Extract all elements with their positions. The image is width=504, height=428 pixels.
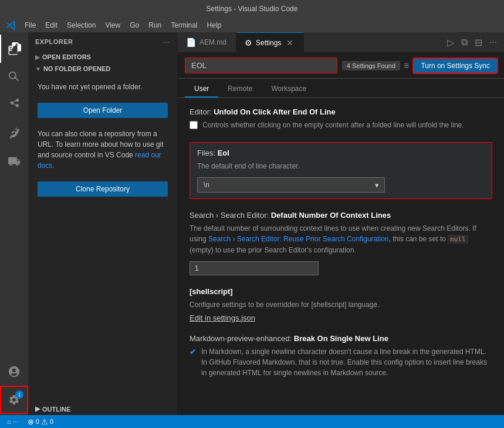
menu-help[interactable]: Help bbox=[202, 20, 226, 31]
tab-user[interactable]: User bbox=[185, 81, 218, 97]
files-eol-select[interactable]: \n \r\n auto bbox=[197, 177, 385, 193]
menubar: File Edit Selection View Go Run Terminal… bbox=[0, 18, 504, 32]
setting-shellscript-desc: Configure settings to be overridden for … bbox=[190, 299, 492, 310]
setting-search-context-title: Search › Search Editor: Default Number O… bbox=[190, 211, 492, 220]
setting-files-eol-dropdown-container: \n \r\n auto bbox=[197, 177, 385, 193]
activity-search[interactable] bbox=[0, 63, 28, 91]
tab-settings[interactable]: ⚙ Settings ✕ bbox=[236, 32, 304, 52]
error-count: 0 bbox=[36, 418, 39, 425]
sidebar-more-btn[interactable]: ··· bbox=[163, 37, 170, 46]
menu-selection[interactable]: Selection bbox=[62, 20, 100, 31]
tab-remote[interactable]: Remote bbox=[218, 81, 262, 97]
search-bar: 4 Settings Found ≡ Turn on Settings Sync bbox=[178, 53, 504, 79]
activity-extensions[interactable] bbox=[0, 147, 28, 176]
no-folder-message: You have not yet opened a folder. bbox=[28, 75, 177, 99]
setting-search-context: Search › Search Editor: Default Number O… bbox=[190, 211, 492, 275]
remote-icon: ⌂ bbox=[7, 418, 11, 425]
search-input-wrapper bbox=[185, 58, 337, 73]
no-folder-chevron: ▼ bbox=[35, 66, 41, 72]
filter-settings-btn[interactable]: ≡ bbox=[404, 60, 409, 71]
setting-markdown-break-desc: In Markdown, a single newline character … bbox=[201, 346, 492, 378]
settings-tab-icon: ⚙ bbox=[245, 38, 252, 48]
settings-content: 4 Settings Found ≡ Turn on Settings Sync… bbox=[178, 53, 504, 415]
customize-layout-btn[interactable]: ⧉ bbox=[459, 35, 470, 50]
setting-files-eol: Files: Eol The default end of line chara… bbox=[190, 142, 492, 199]
settings-badge: 1 bbox=[15, 390, 23, 399]
setting-files-eol-title: Files: Eol bbox=[197, 149, 485, 157]
settings-tabs: User Remote Workspace bbox=[178, 79, 504, 98]
menu-run[interactable]: Run bbox=[144, 20, 166, 31]
tab-aem-md[interactable]: 📄 AEM.md bbox=[178, 32, 236, 52]
setting-markdown-break: Markdown-preview-enhanced: Break On Sing… bbox=[190, 334, 492, 378]
status-remote[interactable]: ⌂ ··· bbox=[5, 418, 21, 425]
clone-message: You can also clone a repository from a U… bbox=[28, 122, 177, 178]
settings-search-input[interactable] bbox=[185, 58, 337, 73]
editor-area: 📄 AEM.md ⚙ Settings ✕ ▷ ⧉ ⊟ ··· bbox=[178, 32, 504, 415]
search-reuse-link[interactable]: Search › Search Editor: Reuse Prior Sear… bbox=[208, 235, 388, 243]
search-results-info: 4 Settings Found ≡ bbox=[342, 60, 410, 71]
menu-go[interactable]: Go bbox=[125, 20, 144, 31]
settings-list: Editor: Unfold On Click After End Of Lin… bbox=[178, 98, 504, 415]
tab-actions: ▷ ⧉ ⊟ ··· bbox=[445, 32, 504, 52]
setting-files-eol-desc: The default end of line character. bbox=[197, 161, 485, 171]
status-errors[interactable]: ⊗ 0 ⚠ 0 bbox=[25, 417, 56, 426]
menu-edit[interactable]: Edit bbox=[40, 20, 62, 31]
setting-shellscript-title: [shellscript] bbox=[190, 287, 492, 296]
setting-search-context-input-wrap bbox=[190, 261, 492, 275]
tab-settings-label: Settings bbox=[256, 39, 281, 47]
menu-terminal[interactable]: Terminal bbox=[166, 20, 202, 31]
menu-view[interactable]: View bbox=[100, 20, 125, 31]
titlebar-title: Settings - Visual Studio Code bbox=[207, 5, 298, 13]
setting-markdown-break-title: Markdown-preview-enhanced: Break On Sing… bbox=[190, 334, 492, 343]
aem-md-icon: 📄 bbox=[186, 38, 196, 47]
activity-source-control[interactable] bbox=[0, 91, 28, 119]
no-folder-section[interactable]: ▼ No Folder Opened bbox=[28, 63, 177, 75]
sync-button[interactable]: Turn on Settings Sync bbox=[414, 59, 497, 73]
tab-aem-md-label: AEM.md bbox=[199, 38, 226, 46]
more-actions-btn[interactable]: ··· bbox=[487, 35, 499, 50]
clone-repository-button[interactable]: Clone Repository bbox=[38, 181, 168, 197]
sidebar-header: Explorer ··· bbox=[28, 32, 177, 51]
main-area: 1 Explorer ··· ▶ Open Editors ▼ No Folde… bbox=[0, 32, 504, 415]
setting-markdown-break-check-row: ✔ In Markdown, a single newline characte… bbox=[190, 346, 492, 378]
tab-workspace[interactable]: Workspace bbox=[262, 81, 316, 97]
titlebar: Settings - Visual Studio Code bbox=[0, 0, 504, 18]
outline-chevron: ▶ bbox=[35, 405, 40, 413]
activity-account[interactable] bbox=[0, 358, 28, 386]
setting-editor-unfold-checkbox-row: Controls whether clicking on the empty c… bbox=[190, 120, 492, 130]
setting-editor-unfold-title: Editor: Unfold On Click After End Of Lin… bbox=[190, 107, 492, 116]
search-context-input[interactable] bbox=[190, 261, 319, 275]
open-editors-label: Open Editors bbox=[42, 53, 91, 60]
editor-unfold-desc: Controls whether clicking on the empty c… bbox=[202, 120, 464, 130]
open-editors-chevron: ▶ bbox=[35, 54, 40, 60]
vscode-logo bbox=[2, 20, 20, 31]
settings-found-badge: 4 Settings Found bbox=[342, 61, 400, 70]
settings-tab-close[interactable]: ✕ bbox=[285, 38, 295, 48]
edit-settings-json-link[interactable]: Edit in settings.json bbox=[190, 314, 492, 322]
no-folder-label: No Folder Opened bbox=[43, 65, 110, 72]
setting-search-context-desc: The default number of surrounding contex… bbox=[190, 223, 492, 255]
markdown-break-checkmark: ✔ bbox=[190, 347, 197, 356]
setting-editor-unfold: Editor: Unfold On Click After End Of Lin… bbox=[190, 107, 492, 130]
outline-label: Outline bbox=[42, 406, 70, 413]
editor-unfold-checkbox[interactable] bbox=[190, 121, 198, 129]
open-editors-section[interactable]: ▶ Open Editors bbox=[28, 51, 177, 63]
null-code: null bbox=[448, 235, 468, 244]
activity-settings[interactable]: 1 bbox=[0, 386, 28, 414]
sidebar: Explorer ··· ▶ Open Editors ▼ No Folder … bbox=[28, 32, 178, 415]
statusbar: ⌂ ··· ⊗ 0 ⚠ 0 bbox=[0, 415, 504, 428]
sidebar-title: Explorer bbox=[35, 38, 73, 45]
warning-icon: ⚠ bbox=[41, 417, 48, 426]
activity-explorer[interactable] bbox=[0, 35, 28, 63]
open-folder-button[interactable]: Open Folder bbox=[38, 103, 168, 118]
tabs-bar: 📄 AEM.md ⚙ Settings ✕ ▷ ⧉ ⊟ ··· bbox=[178, 32, 504, 53]
warning-count: 0 bbox=[50, 418, 53, 425]
menu-file[interactable]: File bbox=[20, 20, 40, 31]
error-icon: ⊗ bbox=[28, 417, 34, 426]
setting-shellscript: [shellscript] Configure settings to be o… bbox=[190, 287, 492, 322]
outline-section[interactable]: ▶ Outline bbox=[28, 403, 177, 415]
activity-run[interactable] bbox=[0, 119, 28, 147]
toggle-panel-btn[interactable]: ⊟ bbox=[472, 35, 485, 50]
split-editor-btn[interactable]: ▷ bbox=[445, 35, 456, 50]
remote-text: ··· bbox=[13, 418, 18, 425]
